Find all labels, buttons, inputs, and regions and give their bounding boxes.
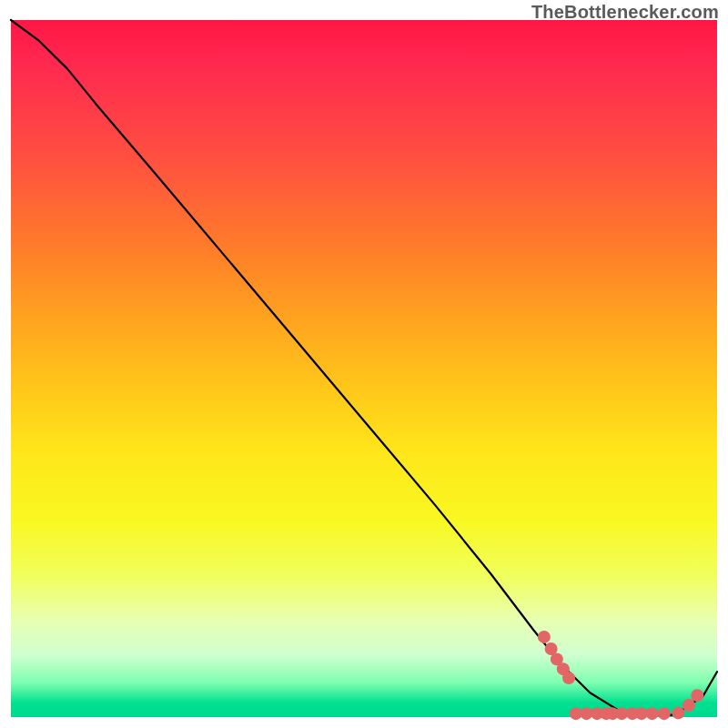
data-marker <box>682 699 695 712</box>
data-marker <box>646 707 659 720</box>
curve-line <box>11 20 717 715</box>
data-marker <box>658 707 671 720</box>
marker-group <box>538 631 703 720</box>
chart-container: TheBottlenecker.com <box>0 0 728 728</box>
plot-area <box>11 20 717 717</box>
data-marker <box>538 631 551 643</box>
chart-svg <box>11 20 717 717</box>
data-marker <box>691 689 703 702</box>
data-marker <box>562 672 575 684</box>
data-marker <box>672 706 684 719</box>
